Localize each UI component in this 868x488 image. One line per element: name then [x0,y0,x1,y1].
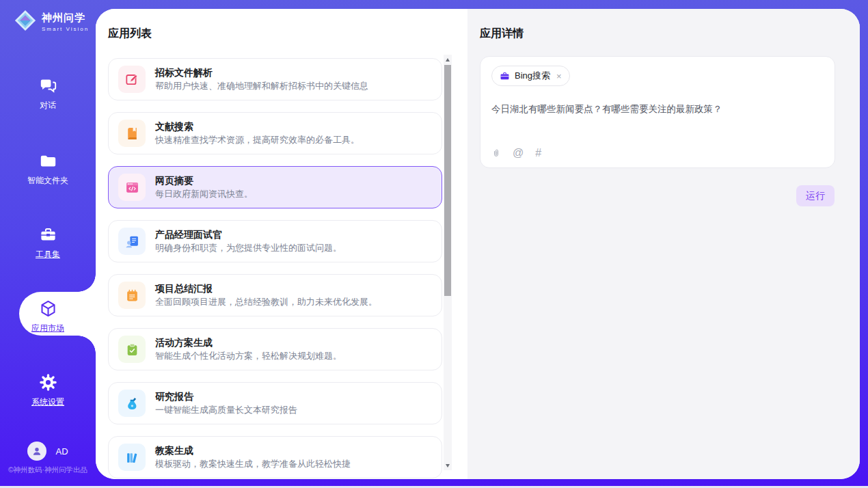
app-card-research-report[interactable]: 研究报告 一键智能生成高质量长文本研究报告 [108,382,442,424]
app-description: 快速精准查找学术资源，提高研究效率的必备工具。 [155,135,360,146]
sidebar-item-label: 应用市场 [31,323,64,333]
sidebar-item-settings[interactable]: 系统设置 [0,373,96,408]
sidebar-item-label: 工具集 [36,249,60,259]
app-description: 智能生成个性化活动方案，轻松解决规划难题。 [155,351,342,362]
app-card-project-summary[interactable]: 项目总结汇报 全面回顾项目进展，总结经验教训，助力未来优化发展。 [108,274,442,316]
interviewer-icon [118,228,146,255]
scrollbar-thumb[interactable] [444,65,451,296]
app-name: 产品经理面试官 [155,229,342,241]
at-icon[interactable]: @ [513,148,524,159]
books-icon [118,444,146,471]
ink-bottle-icon [118,390,146,417]
app-card-bid-parse[interactable]: 招标文件解析 帮助用户快速、准确地理解和解析招标书中的关键信息 [108,58,442,100]
hash-icon[interactable]: # [535,148,541,159]
logo-subtitle: Smart Vision [42,26,89,32]
app-name: 活动方案生成 [155,337,342,349]
app-list-scrollbar[interactable] [444,55,452,470]
app-description: 帮助用户快速、准确地理解和解析招标书中的关键信息 [155,81,368,92]
app-description: 模板驱动，教案快速生成，教学准备从此轻松快捷 [155,459,351,470]
app-name: 项目总结汇报 [155,283,377,295]
user-profile[interactable]: AD [0,442,96,461]
sidebar-item-chat[interactable]: 对话 [0,77,96,111]
edit-square-icon [118,66,146,93]
toolbox-icon [0,226,96,244]
tool-tag-label: Bing搜索 [515,70,550,82]
webpage-code-icon [118,174,146,201]
app-description: 每日政府新闻资讯快查。 [155,189,253,200]
book-icon [118,120,146,147]
paperclip-icon[interactable] [491,147,501,159]
app-description: 明确身份和职责，为您提供专业性的面试问题。 [155,243,342,254]
app-card-pm-interviewer[interactable]: 产品经理面试官 明确身份和职责，为您提供专业性的面试问题。 [108,220,442,262]
app-list: 招标文件解析 帮助用户快速、准确地理解和解析招标书中的关键信息 文献搜索 快速精… [108,58,442,479]
scrollbar-up-arrow[interactable] [444,55,452,64]
logo-title: 神州问学 [42,12,89,25]
avatar-person-icon [27,442,46,461]
sidebar-item-smart-folder[interactable]: 智能文件夹 [0,152,96,187]
app-list-panel: 应用列表 招标文件解析 帮助用户快速、准确地理解和解析招标书中的关键信息 [96,9,467,479]
app-name: 网页摘要 [155,175,253,187]
sidebar: 神州问学 Smart Vision 对话 智能文件夹 [0,0,96,488]
gear-icon [0,373,96,392]
app-card-literature-search[interactable]: 文献搜索 快速精准查找学术资源，提高研究效率的必备工具。 [108,112,442,154]
scrollbar-down-arrow[interactable] [444,461,452,470]
user-name: AD [55,446,68,457]
app-card-event-plan[interactable]: 活动方案生成 智能生成个性化活动方案，轻松解决规划难题。 [108,328,442,370]
sidebar-item-label: 智能文件夹 [27,176,68,185]
app-name: 教案生成 [155,445,351,457]
app-list-title: 应用列表 [108,27,152,41]
app-description: 全面回顾项目进展，总结经验教训，助力未来优化发展。 [155,297,377,308]
app-card-webpage-summary[interactable]: 网页摘要 每日政府新闻资讯快查。 [108,166,442,208]
sidebar-item-label: 对话 [40,100,56,110]
briefcase-icon [500,71,510,81]
app-name: 研究报告 [155,391,297,403]
sidebar-item-toolset[interactable]: 工具集 [0,226,96,260]
app-name: 招标文件解析 [155,67,368,79]
app-description: 一键智能生成高质量长文本研究报告 [155,405,297,416]
app-detail-panel: 应用详情 Bing搜索 × 今日湖北有哪些新闻要点？有哪些需要关注的最新政策？ [467,9,860,479]
tool-tag-bing-search[interactable]: Bing搜索 × [491,66,570,86]
memo-icon [118,282,146,309]
attachment-toolbar: @ # [491,147,541,159]
diamond-logo-icon [14,9,37,35]
sidebar-item-app-market[interactable]: 应用市场 [0,299,96,334]
query-card: Bing搜索 × 今日湖北有哪些新闻要点？有哪些需要关注的最新政策？ @ # [480,56,835,168]
app-name: 文献搜索 [155,121,360,133]
app-logo: 神州问学 Smart Vision [14,9,89,35]
main-panel: 应用列表 招标文件解析 帮助用户快速、准确地理解和解析招标书中的关键信息 [96,9,860,479]
query-input[interactable]: 今日湖北有哪些新闻要点？有哪些需要关注的最新政策？ [491,103,824,116]
copyright-text: ©神州数码·神州问学出品 [0,465,96,475]
chat-icon [0,77,96,95]
cube-icon [0,299,96,318]
app-detail-title: 应用详情 [480,27,524,41]
run-button[interactable]: 运行 [796,185,835,206]
app-card-lesson-plan[interactable]: 教案生成 模板驱动，教案快速生成，教学准备从此轻松快捷 [108,436,442,478]
sidebar-item-label: 系统设置 [31,397,64,407]
close-icon[interactable]: × [556,71,562,81]
folder-icon [0,152,96,170]
clipboard-check-icon [118,336,146,363]
